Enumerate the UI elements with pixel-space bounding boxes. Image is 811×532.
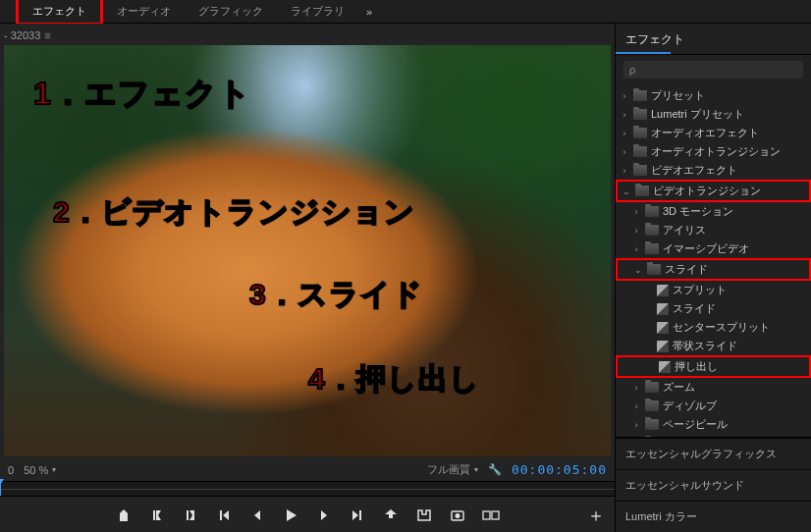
folder-icon	[635, 186, 649, 196]
folder-icon	[633, 146, 647, 157]
tree-folder-presets[interactable]: › プリセット	[616, 86, 811, 105]
folder-icon	[633, 165, 647, 176]
step-back-button[interactable]	[248, 506, 266, 524]
search-icon: ρ	[629, 64, 635, 76]
tree-label: スライド	[673, 301, 716, 316]
tree-folder-3d-motion[interactable]: › 3D モーション	[616, 202, 811, 221]
effect-icon	[659, 361, 671, 373]
play-button[interactable]	[282, 506, 299, 524]
chevron-right-icon: ›	[620, 147, 629, 157]
tree-label: ビデオトランジション	[653, 184, 761, 198]
tree-label: ワイプ	[663, 436, 695, 437]
tree-label: 帯状スライド	[673, 339, 737, 353]
panel-essential-sound[interactable]: エッセンシャルサウンド	[616, 469, 811, 501]
tree-effect-slide[interactable]: スライド	[616, 299, 811, 318]
workspace-tab-effects[interactable]: エフェクト	[16, 0, 103, 26]
transport-controls: ＋	[0, 497, 615, 532]
panel-lumetri-color[interactable]: Lumetri カラー	[616, 501, 811, 532]
tree-folder-audio-transitions[interactable]: › オーディオトランジション	[616, 142, 811, 161]
step-forward-button[interactable]	[315, 506, 333, 524]
tree-folder-iris[interactable]: › アイリス	[616, 221, 811, 239]
mark-out-button[interactable]	[182, 506, 199, 524]
workspace-tab-library[interactable]: ライブラリ	[277, 0, 358, 23]
svg-rect-3	[492, 511, 499, 519]
extract-button[interactable]	[415, 506, 433, 524]
folder-icon	[647, 264, 661, 275]
chevron-right-icon: ›	[631, 207, 641, 217]
settings-wrench-icon[interactable]: 🔧	[488, 463, 502, 476]
collapsed-panels: エッセンシャルグラフィックス エッセンシャルサウンド Lumetri カラー	[616, 437, 811, 532]
tree-label: 押し出し	[675, 359, 718, 374]
tree-label: ページピール	[663, 417, 728, 432]
folder-icon	[633, 109, 647, 120]
tree-label: アイリス	[663, 223, 706, 238]
panel-essential-graphics[interactable]: エッセンシャルグラフィックス	[616, 438, 811, 469]
playhead-indicator[interactable]	[0, 482, 1, 496]
workspace-tab-audio[interactable]: オーディオ	[103, 0, 185, 23]
effect-icon	[657, 341, 669, 352]
workspace-tab-more[interactable]: »	[358, 2, 380, 22]
effects-panel: エフェクト ρ › プリセット › Lumetri プリセット › オーディオエ…	[615, 24, 811, 532]
sequence-name-label: - 32033 ≡	[0, 24, 615, 43]
mark-in-button[interactable]	[148, 506, 166, 524]
zoom-level-dropdown[interactable]: 50 % ▾	[24, 464, 56, 476]
tree-folder-immersive-video[interactable]: › イマーシブビデオ	[616, 239, 811, 258]
chevron-right-icon: ›	[631, 401, 641, 411]
resolution-value: フル画質	[427, 462, 470, 477]
tree-folder-zoom[interactable]: › ズーム	[616, 378, 811, 397]
export-frame-button[interactable]	[449, 506, 466, 524]
workspace-tab-bar: エフェクト オーディオ グラフィック ライブラリ »	[0, 0, 811, 24]
chevron-right-icon: ›	[631, 226, 641, 236]
tree-folder-lumetri-presets[interactable]: › Lumetri プリセット	[616, 105, 811, 124]
tree-label: ディゾルブ	[663, 399, 717, 413]
program-monitor-panel: - 32033 ≡ 1．エフェクト 2．ビデオトランジション 3．スライド 4．…	[0, 24, 615, 532]
resolution-dropdown[interactable]: フル画質 ▾	[427, 462, 478, 477]
tree-effect-split[interactable]: スプリット	[616, 281, 811, 299]
effect-icon	[657, 322, 669, 334]
tree-folder-page-peel[interactable]: › ページピール	[616, 415, 811, 434]
chevron-right-icon: ›	[631, 420, 641, 430]
go-to-in-button[interactable]	[215, 506, 233, 524]
effects-panel-title[interactable]: エフェクト	[616, 24, 811, 55]
tree-effect-band-slide[interactable]: 帯状スライド	[616, 337, 811, 355]
folder-icon	[633, 90, 647, 101]
folder-icon	[645, 419, 659, 430]
tree-folder-dissolve[interactable]: › ディゾルブ	[616, 397, 811, 415]
svg-point-1	[456, 513, 460, 518]
tree-label: オーディオトランジション	[651, 144, 781, 159]
tree-folder-audio-effects[interactable]: › オーディオエフェクト	[616, 124, 811, 142]
chevron-right-icon: ›	[631, 244, 641, 254]
workspace-tab-graphics[interactable]: グラフィック	[185, 0, 277, 23]
lift-button[interactable]	[382, 506, 400, 524]
go-to-out-button[interactable]	[349, 506, 366, 524]
folder-icon	[645, 243, 659, 254]
tree-label: ビデオエフェクト	[651, 163, 737, 178]
tree-folder-video-effects[interactable]: › ビデオエフェクト	[616, 161, 811, 180]
folder-icon	[645, 206, 659, 217]
tab-menu-icon[interactable]: ≡	[44, 29, 50, 41]
effect-icon	[657, 303, 669, 315]
button-editor-add[interactable]: ＋	[587, 506, 605, 524]
comparison-view-button[interactable]	[482, 506, 500, 524]
tree-effect-push[interactable]: 押し出し	[616, 355, 811, 378]
effect-icon	[657, 285, 669, 296]
timecode-out[interactable]: 00:00:05:00	[512, 462, 607, 477]
program-monitor-viewport[interactable]: 1．エフェクト 2．ビデオトランジション 3．スライド 4．押し出し	[4, 45, 611, 456]
video-frame-image	[4, 45, 611, 456]
folder-icon	[633, 128, 647, 138]
tree-label: プリセット	[651, 88, 705, 103]
tree-folder-slide[interactable]: ⌄ スライド	[616, 258, 811, 281]
chevron-down-icon: ▾	[474, 465, 478, 474]
tree-label: 3D モーション	[663, 204, 733, 219]
tree-label: ズーム	[663, 380, 695, 395]
folder-icon	[645, 225, 659, 236]
tree-folder-video-transitions[interactable]: ⌄ ビデオトランジション	[616, 180, 811, 202]
monitor-time-ruler[interactable]	[0, 481, 615, 497]
chevron-down-icon: ▾	[52, 465, 56, 474]
tree-effect-center-split[interactable]: センタースプリット	[616, 318, 811, 337]
effects-search-input[interactable]: ρ	[623, 61, 803, 79]
tree-label: Lumetri プリセット	[651, 107, 744, 122]
svg-rect-2	[483, 511, 490, 519]
tree-folder-wipe[interactable]: › ワイプ	[616, 434, 811, 437]
add-marker-button[interactable]	[115, 506, 133, 524]
